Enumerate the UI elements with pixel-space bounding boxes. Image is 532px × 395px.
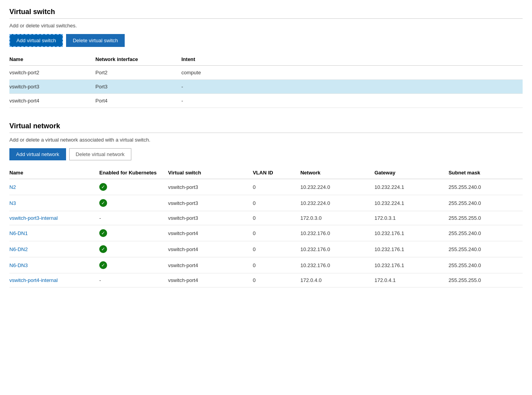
table-row[interactable]: N6-DN2✓vswitch-port4010.232.176.010.232.… bbox=[9, 241, 523, 257]
vn-row-subnet: 255.255.240.0 bbox=[448, 257, 523, 273]
vn-row-vswitch: vswitch-port4 bbox=[168, 225, 253, 241]
vn-col-network: Network bbox=[300, 167, 374, 179]
vn-row-name[interactable]: N6-DN2 bbox=[9, 241, 99, 257]
vn-row-gateway: 10.232.176.1 bbox=[374, 225, 449, 241]
vn-row-k8s: ✓ bbox=[99, 257, 168, 273]
virtual-network-divider bbox=[9, 133, 523, 133]
vn-col-name: Name bbox=[9, 167, 99, 179]
vn-row-network: 10.232.176.0 bbox=[300, 225, 374, 241]
vn-row-vswitch: vswitch-port3 bbox=[168, 195, 253, 211]
vn-row-gateway: 10.232.224.1 bbox=[374, 195, 449, 211]
vn-row-k8s: - bbox=[99, 273, 168, 287]
vn-row-vlan: 0 bbox=[253, 225, 301, 241]
vn-row-k8s: - bbox=[99, 211, 168, 225]
vn-row-network: 172.0.4.0 bbox=[300, 273, 374, 287]
vs-row-interface: Port3 bbox=[95, 80, 181, 94]
vs-row-interface: Port2 bbox=[95, 66, 181, 80]
add-virtual-switch-button[interactable]: Add virtual switch bbox=[9, 34, 63, 47]
table-row[interactable]: vswitch-port4Port4- bbox=[9, 94, 523, 108]
virtual-network-section: Virtual network Add or delete a virtual … bbox=[9, 122, 523, 287]
vn-row-k8s: ✓ bbox=[99, 179, 168, 195]
vn-row-name-link[interactable]: N6-DN3 bbox=[9, 262, 28, 268]
virtual-switch-title: Virtual switch bbox=[9, 8, 523, 16]
vn-row-name-link[interactable]: N3 bbox=[9, 200, 16, 206]
vn-row-name-link[interactable]: vswitch-port3-internal bbox=[9, 215, 58, 221]
vn-row-vlan: 0 bbox=[253, 273, 301, 287]
virtual-switch-btn-group: Add virtual switch Delete virtual switch bbox=[9, 34, 523, 47]
vs-col-intent: Intent bbox=[181, 53, 523, 66]
vn-row-gateway: 172.0.3.1 bbox=[374, 211, 449, 225]
table-row[interactable]: vswitch-port2Port2compute bbox=[9, 66, 523, 80]
table-row[interactable]: vswitch-port3-internal-vswitch-port30172… bbox=[9, 211, 523, 225]
vn-row-name-link[interactable]: N2 bbox=[9, 184, 16, 190]
vs-row-name: vswitch-port2 bbox=[9, 66, 95, 80]
vn-row-subnet: 255.255.240.0 bbox=[448, 179, 523, 195]
virtual-switch-header-row: Name Network interface Intent bbox=[9, 53, 523, 66]
vn-col-vlan: VLAN ID bbox=[253, 167, 301, 179]
table-row[interactable]: N3✓vswitch-port3010.232.224.010.232.224.… bbox=[9, 195, 523, 211]
virtual-switch-divider bbox=[9, 18, 523, 19]
table-row[interactable]: N6-DN3✓vswitch-port4010.232.176.010.232.… bbox=[9, 257, 523, 273]
vn-row-k8s: ✓ bbox=[99, 195, 168, 211]
check-icon: ✓ bbox=[99, 261, 107, 269]
check-icon: ✓ bbox=[99, 183, 107, 191]
vn-row-name[interactable]: N6-DN1 bbox=[9, 225, 99, 241]
vs-row-name: vswitch-port3 bbox=[9, 80, 95, 94]
vn-row-name[interactable]: N6-DN3 bbox=[9, 257, 99, 273]
table-row[interactable]: N6-DN1✓vswitch-port4010.232.176.010.232.… bbox=[9, 225, 523, 241]
vn-row-k8s: ✓ bbox=[99, 225, 168, 241]
vn-row-name-link[interactable]: vswitch-port4-internal bbox=[9, 277, 58, 283]
vn-row-name[interactable]: vswitch-port3-internal bbox=[9, 211, 99, 225]
vn-row-subnet: 255.255.240.0 bbox=[448, 225, 523, 241]
table-row[interactable]: N2✓vswitch-port3010.232.224.010.232.224.… bbox=[9, 179, 523, 195]
vs-row-interface: Port4 bbox=[95, 94, 181, 108]
check-icon: ✓ bbox=[99, 245, 107, 253]
vn-col-subnet: Subnet mask bbox=[448, 167, 523, 179]
vn-row-subnet: 255.255.255.0 bbox=[448, 211, 523, 225]
vn-row-network: 10.232.224.0 bbox=[300, 195, 374, 211]
vn-row-name[interactable]: vswitch-port4-internal bbox=[9, 273, 99, 287]
virtual-switch-table: Name Network interface Intent vswitch-po… bbox=[9, 53, 523, 108]
vn-row-network: 10.232.176.0 bbox=[300, 257, 374, 273]
vn-row-name[interactable]: N3 bbox=[9, 195, 99, 211]
add-virtual-network-button[interactable]: Add virtual network bbox=[9, 148, 66, 160]
vn-col-vswitch: Virtual switch bbox=[168, 167, 253, 179]
vn-row-vlan: 0 bbox=[253, 241, 301, 257]
vn-col-gateway: Gateway bbox=[374, 167, 449, 179]
vn-row-network: 10.232.224.0 bbox=[300, 179, 374, 195]
delete-virtual-network-button[interactable]: Delete virtual network bbox=[69, 148, 131, 160]
virtual-network-table: Name Enabled for Kubernetes Virtual swit… bbox=[9, 167, 523, 287]
virtual-network-title: Virtual network bbox=[9, 122, 523, 130]
vn-row-network: 172.0.3.0 bbox=[300, 211, 374, 225]
vn-row-vswitch: vswitch-port4 bbox=[168, 273, 253, 287]
check-icon: ✓ bbox=[99, 229, 107, 237]
vn-row-network: 10.232.176.0 bbox=[300, 241, 374, 257]
vn-row-name-link[interactable]: N6-DN1 bbox=[9, 230, 28, 236]
vn-row-name[interactable]: N2 bbox=[9, 179, 99, 195]
vs-row-name: vswitch-port4 bbox=[9, 94, 95, 108]
vn-row-vlan: 0 bbox=[253, 179, 301, 195]
vn-row-subnet: 255.255.240.0 bbox=[448, 195, 523, 211]
vs-row-intent: - bbox=[181, 80, 523, 94]
vn-row-vlan: 0 bbox=[253, 211, 301, 225]
vn-row-gateway: 10.232.176.1 bbox=[374, 241, 449, 257]
vs-col-netif: Network interface bbox=[95, 53, 181, 66]
vn-row-k8s: ✓ bbox=[99, 241, 168, 257]
table-row[interactable]: vswitch-port3Port3- bbox=[9, 80, 523, 94]
vn-row-vswitch: vswitch-port3 bbox=[168, 211, 253, 225]
vn-row-vswitch: vswitch-port3 bbox=[168, 179, 253, 195]
delete-virtual-switch-button[interactable]: Delete virtual switch bbox=[66, 34, 125, 47]
check-icon: ✓ bbox=[99, 199, 107, 207]
virtual-switch-description: Add or delete virtual switches. bbox=[9, 23, 523, 29]
vs-col-name: Name bbox=[9, 53, 95, 66]
vn-row-gateway: 172.0.4.1 bbox=[374, 273, 449, 287]
vn-row-name-link[interactable]: N6-DN2 bbox=[9, 246, 28, 252]
vn-row-vswitch: vswitch-port4 bbox=[168, 257, 253, 273]
table-row[interactable]: vswitch-port4-internal-vswitch-port40172… bbox=[9, 273, 523, 287]
vn-row-subnet: 255.255.240.0 bbox=[448, 241, 523, 257]
vs-row-intent: compute bbox=[181, 66, 523, 80]
vn-col-k8s: Enabled for Kubernetes bbox=[99, 167, 168, 179]
virtual-network-btn-group: Add virtual network Delete virtual netwo… bbox=[9, 148, 523, 160]
vn-row-gateway: 10.232.176.1 bbox=[374, 257, 449, 273]
virtual-switch-section: Virtual switch Add or delete virtual swi… bbox=[9, 8, 523, 108]
